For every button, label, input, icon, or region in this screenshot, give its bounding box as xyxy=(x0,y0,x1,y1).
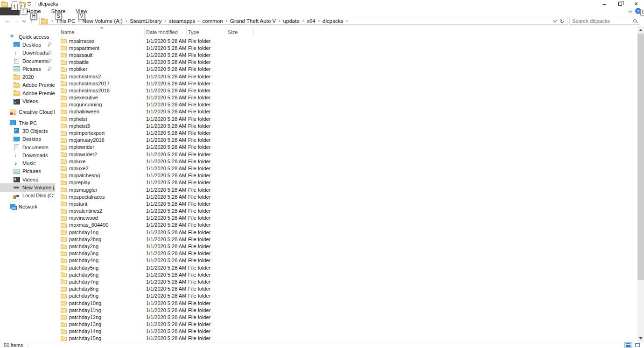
file-row[interactable]: mpapartment 1/1/2020 5:28 AM File folder xyxy=(55,44,637,51)
breadcrumb-item[interactable]: SteamLibrary xyxy=(130,18,169,24)
file-row[interactable]: mpairraces 1/1/2020 5:28 AM File folder xyxy=(55,37,637,44)
file-row[interactable]: mpluxe2 1/1/2020 5:28 AM File folder xyxy=(55,165,637,172)
sidebar-item[interactable]: New Volume (A:) xyxy=(0,183,55,191)
sidebar-item[interactable]: Desktop xyxy=(0,41,55,49)
column-header-size[interactable]: Size xyxy=(228,29,238,35)
column-header-name[interactable]: Name xyxy=(61,29,74,35)
file-row[interactable]: patchday14ng 1/1/2020 5:28 AM File folde… xyxy=(55,328,637,335)
file-row[interactable]: patchday2ng 1/1/2020 5:28 AM File folder xyxy=(55,243,637,250)
forward-button[interactable] xyxy=(12,17,21,24)
thumbnail-view-button[interactable] xyxy=(633,342,641,348)
search-box[interactable] xyxy=(569,17,640,25)
file-row[interactable]: mpchristmas2018 1/1/2020 5:28 AM File fo… xyxy=(55,87,637,94)
file-row[interactable]: mpbiker 1/1/2020 5:28 AM File folder xyxy=(55,66,637,73)
file-row[interactable]: mpexecutive 1/1/2020 5:28 AM File folder xyxy=(55,94,637,101)
file-row[interactable]: mpassault 1/1/2020 5:28 AM File folder xyxy=(55,51,637,58)
file-row[interactable]: patchday1ng 1/1/2020 5:28 AM File folder xyxy=(55,229,637,236)
details-view-button[interactable] xyxy=(624,342,632,348)
address-bar[interactable]: This PC New Volume (A:) SteamLibrary ste… xyxy=(39,17,567,25)
column-divider[interactable] xyxy=(144,27,145,36)
file-row[interactable]: mpheist 1/1/2020 5:28 AM File folder xyxy=(55,115,637,122)
file-row[interactable]: patchday9ng 1/1/2020 5:28 AM File folder xyxy=(55,292,637,299)
sidebar-item[interactable]: Adobe Premiere Pro xyxy=(0,81,55,89)
sidebar-item[interactable]: Videos xyxy=(0,175,55,183)
file-row[interactable]: mplowrider 1/1/2020 5:28 AM File folder xyxy=(55,144,637,151)
sidebar-item[interactable]: Adobe Premiere Pro xyxy=(0,89,55,97)
file-row[interactable]: mphalloween 1/1/2020 5:28 AM File folder xyxy=(55,108,637,115)
file-row[interactable]: patchday10ng 1/1/2020 5:28 AM File folde… xyxy=(55,299,637,306)
breadcrumb-item[interactable]: steamapps xyxy=(169,18,203,24)
file-row[interactable]: patchday3ng 1/1/2020 5:28 AM File folder xyxy=(55,250,637,257)
customize-quick-access-toolbar-button[interactable] xyxy=(27,1,32,7)
sidebar-item[interactable]: Network xyxy=(0,202,55,210)
sidebar-item[interactable]: Downloads xyxy=(0,49,55,57)
breadcrumb-item[interactable]: common xyxy=(203,18,230,24)
file-row[interactable]: mpgunrunning 1/1/2020 5:28 AM File folde… xyxy=(55,101,637,108)
file-row[interactable]: mpchristmas2017 1/1/2020 5:28 AM File fo… xyxy=(55,80,637,87)
sidebar-item[interactable]: Documents xyxy=(0,143,55,151)
file-row[interactable]: mpsmuggler 1/1/2020 5:28 AM File folder xyxy=(55,186,637,193)
file-row[interactable]: patchday15ng 1/1/2020 5:28 AM File folde… xyxy=(55,335,637,342)
file-row[interactable]: patchday11ng 1/1/2020 5:28 AM File folde… xyxy=(55,306,637,313)
column-header-date-modified[interactable]: Date modified xyxy=(146,29,178,35)
sidebar-item[interactable]: Videos xyxy=(0,97,55,105)
file-row[interactable]: patchday13ng 1/1/2020 5:28 AM File folde… xyxy=(55,321,637,328)
file-row[interactable]: patchday4ng 1/1/2020 5:28 AM File folder xyxy=(55,257,637,264)
sidebar-item[interactable]: Local Disk (C:) xyxy=(0,192,55,200)
minimize-button[interactable] xyxy=(596,0,612,7)
file-row[interactable]: mpimportexport 1/1/2020 5:28 AM File fol… xyxy=(55,129,637,136)
breadcrumb-item[interactable]: update xyxy=(283,18,307,24)
file-row[interactable]: patchday5ng 1/1/2020 5:28 AM File folder xyxy=(55,264,637,271)
breadcrumb-item[interactable]: x64 xyxy=(307,18,322,24)
breadcrumb-item[interactable]: New Volume (A:) xyxy=(83,18,130,24)
sidebar-item[interactable]: Creative Cloud Files xyxy=(0,108,55,116)
file-row[interactable]: mppatchesng 1/1/2020 5:28 AM File folder xyxy=(55,172,637,179)
file-row[interactable]: mpspecialraces 1/1/2020 5:28 AM File fol… xyxy=(55,193,637,200)
sidebar-item[interactable]: This PC xyxy=(0,119,55,127)
column-divider[interactable] xyxy=(253,27,254,36)
expand-ribbon-icon[interactable] xyxy=(629,8,632,12)
column-divider[interactable] xyxy=(226,27,226,36)
file-row[interactable]: mpjanuary2016 1/1/2020 5:28 AM File fold… xyxy=(55,137,637,144)
file-row[interactable]: patchday2bng 1/1/2020 5:28 AM File folde… xyxy=(55,236,637,243)
file-row[interactable]: mpreplay 1/1/2020 5:28 AM File folder xyxy=(55,179,637,186)
sidebar-item[interactable]: 3D Objects xyxy=(0,127,55,135)
restore-button[interactable] xyxy=(612,0,628,7)
sidebar-item[interactable]: Documents xyxy=(0,57,55,65)
ribbon-tab[interactable]: Share S xyxy=(46,7,71,15)
file-row[interactable]: patchday12ng 1/1/2020 5:28 AM File folde… xyxy=(55,313,637,320)
column-divider[interactable] xyxy=(186,27,187,36)
file-row[interactable]: mpchristmas2 1/1/2020 5:28 AM File folde… xyxy=(55,73,637,80)
sidebar-item[interactable]: Pictures xyxy=(0,65,55,73)
file-row[interactable]: patchday6ng 1/1/2020 5:28 AM File folder xyxy=(55,271,637,278)
scrollbar-thumb[interactable] xyxy=(637,34,644,280)
sidebar-item[interactable]: Downloads xyxy=(0,151,55,159)
file-row[interactable]: mpvinewood 1/1/2020 5:28 AM File folder xyxy=(55,215,637,222)
file-row[interactable]: patchday7ng 1/1/2020 5:28 AM File folder xyxy=(55,278,637,285)
sidebar-item[interactable]: Music xyxy=(0,159,55,167)
file-row[interactable]: mpstunt 1/1/2020 5:28 AM File folder xyxy=(55,200,637,207)
column-header-type[interactable]: Type xyxy=(188,29,199,35)
close-button[interactable] xyxy=(628,0,644,7)
breadcrumb-item[interactable]: Grand Theft Auto V xyxy=(230,18,283,24)
file-row[interactable]: mpbattle 1/1/2020 5:28 AM File folder xyxy=(55,59,637,66)
sidebar-item[interactable]: 2020 xyxy=(0,73,55,81)
breadcrumb-item[interactable]: dlcpacks xyxy=(322,18,350,24)
file-row[interactable]: mpvalentines2 1/1/2020 5:28 AM File fold… xyxy=(55,208,637,215)
sidebar-item[interactable]: Quick access xyxy=(0,33,55,41)
scroll-down-button[interactable] xyxy=(637,334,644,342)
back-button[interactable] xyxy=(3,17,12,24)
refresh-icon[interactable] xyxy=(560,17,564,25)
file-row[interactable]: mpheist3 1/1/2020 5:28 AM File folder xyxy=(55,122,637,129)
file-row[interactable]: patchday8ng 1/1/2020 5:28 AM File folder xyxy=(55,285,637,292)
recent-locations-dropdown[interactable] xyxy=(21,20,27,22)
scroll-up-button[interactable] xyxy=(637,26,644,34)
vertical-scrollbar[interactable] xyxy=(637,26,644,342)
sidebar-item[interactable]: Pictures xyxy=(0,167,55,175)
sidebar-item[interactable]: Desktop xyxy=(0,135,55,143)
file-row[interactable]: mplowrider2 1/1/2020 5:28 AM File folder xyxy=(55,151,637,158)
search-input[interactable] xyxy=(572,18,633,24)
ribbon-tab[interactable]: View V xyxy=(70,7,92,15)
file-row[interactable]: mpxmas_604490 1/1/2020 5:28 AM File fold… xyxy=(55,222,637,229)
file-row[interactable]: mpluxe 1/1/2020 5:28 AM File folder xyxy=(55,158,637,165)
